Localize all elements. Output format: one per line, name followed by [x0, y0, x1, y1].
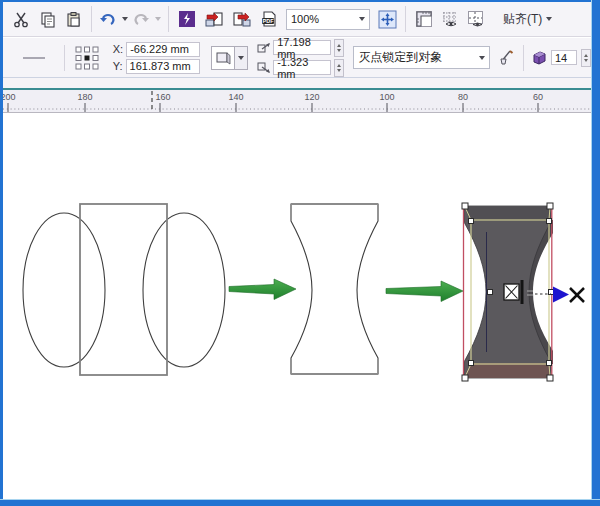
ruler-label: 120 — [304, 92, 319, 102]
grid-toggle-button[interactable] — [437, 5, 463, 33]
separator — [405, 6, 406, 32]
extrusion-type-menu-button[interactable] — [235, 46, 248, 70]
y-position-field[interactable]: 161.873 mm — [126, 59, 200, 74]
ruler-toggle-icon — [415, 10, 433, 28]
paste-icon — [65, 11, 82, 28]
ruler-label: 160 — [155, 92, 170, 102]
separator — [64, 45, 65, 71]
spin-down-icon — [337, 69, 341, 72]
chevron-down-icon — [122, 17, 128, 21]
vp-mode-value: 灭点锁定到对象 — [358, 49, 479, 66]
extrusion-type-splitbutton[interactable] — [211, 46, 248, 70]
extrude-depth-icon — [531, 49, 548, 66]
y-label: Y: — [113, 60, 123, 72]
spin-up-icon — [337, 44, 341, 47]
vp-arrow-icon[interactable] — [553, 287, 569, 303]
cut-button[interactable] — [8, 5, 34, 33]
spin-up-icon — [337, 64, 341, 67]
vp-x-field[interactable]: 17.198 mm — [273, 40, 331, 55]
redo-menu-button[interactable] — [152, 5, 163, 33]
green-arrow-icon — [386, 281, 463, 302]
source-shapes-figure[interactable] — [23, 204, 225, 375]
window-border-right — [591, 0, 600, 506]
paste-button[interactable] — [60, 5, 86, 33]
horizontal-ruler[interactable]: 200 180 160 140 120 100 80 60 — [3, 90, 591, 113]
left-ellipse[interactable] — [23, 213, 105, 367]
x-label: X: — [113, 43, 123, 55]
zoom-level-value: 100% — [291, 13, 359, 25]
vp-x-spinner[interactable] — [334, 39, 344, 57]
undo-button[interactable] — [97, 5, 119, 33]
extrude-depth-group: 14 — [531, 49, 591, 67]
zoom-level-combo[interactable]: 100% — [286, 9, 370, 30]
vp-y-field[interactable]: -1.323 mm — [273, 60, 331, 75]
separator — [91, 6, 92, 32]
vp-y-coordinate-icon — [257, 62, 271, 74]
chevron-down-icon — [546, 17, 552, 21]
extrude-depth-value: 14 — [555, 52, 567, 64]
right-ellipse[interactable] — [143, 213, 225, 367]
x-position-value: -66.229 mm — [130, 43, 189, 55]
window-border-top — [0, 0, 600, 2]
property-bar: X: -66.229 mm Y: 161.873 mm — [3, 38, 591, 78]
vanishing-point-marker[interactable] — [570, 288, 584, 302]
copy-vp-button[interactable] — [495, 45, 518, 71]
source-rectangle[interactable] — [80, 204, 167, 375]
export-button[interactable] — [228, 5, 256, 33]
vp-mode-dropdown[interactable]: 灭点锁定到对象 — [353, 46, 490, 69]
undo-menu-button[interactable] — [119, 5, 130, 33]
spin-down-icon — [584, 59, 588, 62]
extrusion-bottom-face — [464, 363, 551, 378]
copy-vp-icon — [498, 49, 515, 66]
vanishing-point-coords-group: 17.198 mm -1.323 mm — [257, 39, 344, 77]
object-origin-selector[interactable] — [74, 45, 103, 71]
toolbar-gap-band — [3, 78, 591, 88]
ruler-label: 60 — [533, 92, 543, 102]
x-position-field[interactable]: -66.229 mm — [126, 42, 200, 57]
ruler-toggle-button[interactable] — [411, 5, 437, 33]
publish-pdf-button[interactable]: PDF — [256, 5, 282, 33]
app-window: PDF 100% — [0, 0, 600, 506]
extrude-center-handle[interactable] — [504, 284, 519, 300]
snap-menu-button[interactable]: 贴齐(T) — [499, 6, 556, 32]
import-button[interactable] — [200, 5, 228, 33]
chevron-down-icon — [155, 17, 161, 21]
snap-menu-label: 贴齐(T) — [503, 11, 542, 28]
cut-icon — [13, 11, 30, 28]
redo-button[interactable] — [130, 5, 152, 33]
extruded-object-figure[interactable] — [462, 203, 569, 381]
zoom-fit-icon — [378, 10, 397, 29]
chevron-down-icon — [359, 17, 365, 21]
extrude-depth-spinner[interactable] — [581, 49, 591, 67]
application-launcher-button[interactable] — [174, 5, 200, 33]
copy-button[interactable] — [34, 5, 60, 33]
publish-pdf-icon: PDF — [260, 11, 278, 28]
undo-icon — [99, 11, 117, 27]
trimmed-concave-figure[interactable] — [291, 204, 378, 374]
guidelines-toggle-button[interactable] — [463, 5, 489, 33]
object-position-group: X: -66.229 mm Y: 161.873 mm — [113, 42, 200, 74]
property-bar-overflow[interactable] — [9, 57, 59, 59]
chevron-down-icon — [238, 56, 244, 60]
ruler-label: 140 — [228, 92, 243, 102]
drawing-canvas[interactable] — [3, 114, 591, 499]
export-icon — [232, 11, 252, 28]
copy-icon — [39, 11, 56, 28]
extrude-depth-field[interactable]: 14 — [551, 50, 577, 65]
window-border-bottom — [0, 499, 600, 506]
redo-icon — [132, 11, 150, 27]
vp-x-coordinate-icon — [257, 42, 271, 54]
window-border-left — [0, 0, 3, 506]
dash-icon — [23, 57, 45, 59]
step-arrow-1[interactable] — [229, 279, 296, 300]
green-arrow-icon — [229, 279, 296, 300]
guidelines-toggle-icon — [467, 10, 486, 28]
y-position-value: 161.873 mm — [130, 60, 191, 72]
vp-y-value: -1.323 mm — [277, 56, 327, 80]
svg-text:PDF: PDF — [263, 17, 275, 23]
step-arrow-2[interactable] — [386, 281, 463, 302]
extrude-depth-slider[interactable] — [521, 280, 524, 304]
vp-y-spinner[interactable] — [334, 59, 344, 77]
zoom-fit-button[interactable] — [374, 5, 400, 33]
grid-toggle-icon — [441, 10, 460, 28]
